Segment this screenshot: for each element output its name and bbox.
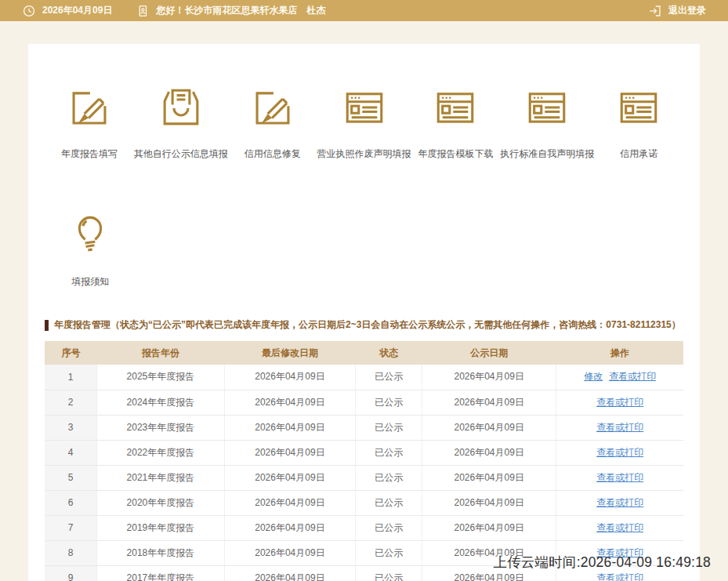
cell-year: 2022年年度报告 (97, 440, 224, 465)
edit-square-icon (250, 85, 295, 130)
quick-action-edit-square-0[interactable]: 年度报告填写 (45, 85, 134, 161)
cell-publish: 2026年04月09日 (422, 565, 556, 581)
cell-no: 6 (45, 490, 97, 515)
cell-operations: 查看或打印 (556, 490, 683, 515)
quick-actions-grid: 年度报告填写 其他自行公示信息填报 信用信息修复 营业执照作废声明填报 年度报告… (45, 85, 683, 161)
column-header: 状态 (356, 341, 422, 365)
cell-status: 已公示 (356, 390, 422, 415)
quick-action-inbox-report-1[interactable]: 其他自行公示信息填报 (134, 85, 228, 161)
table-row: 62020年年度报告2026年04月09日已公示2026年04月09日查看或打印 (45, 490, 683, 515)
cell-year: 2018年年度报告 (97, 540, 224, 565)
cell-no: 3 (45, 415, 97, 440)
table-row: 92017年年度报告2026年04月09日已公示2026年04月09日查看或打印 (45, 565, 683, 581)
cell-operations: 查看或打印 (556, 415, 683, 440)
cell-operations: 查看或打印 (556, 440, 683, 465)
logout-label: 退出登录 (668, 4, 706, 17)
secondary-actions-grid: 填报须知 (45, 212, 683, 289)
inbox-report-icon (158, 85, 204, 130)
quick-action-label: 年度报告模板下载 (418, 147, 493, 161)
cell-publish: 2026年04月09日 (422, 440, 556, 465)
cell-status: 已公示 (356, 440, 422, 465)
quick-action-bulb-0[interactable]: 填报须知 (45, 212, 136, 289)
quick-action-webpage-5[interactable]: 执行标准自我声明填报 (500, 85, 594, 161)
cell-modified: 2026年04月09日 (224, 415, 356, 440)
section-title-text: 年度报告管理（状态为“已公示”即代表已完成该年度年报，公示日期后2~3日会自动在… (54, 318, 681, 332)
cell-modified: 2026年04月09日 (224, 540, 356, 565)
topbar-left: 2026年04月09日 您好！长沙市雨花区思果轩水果店 杜杰 (22, 4, 325, 18)
cell-no: 9 (45, 565, 97, 581)
cell-year: 2025年年度报告 (97, 365, 224, 390)
webpage-icon (342, 85, 387, 130)
cell-status: 已公示 (356, 565, 422, 581)
column-header: 序号 (45, 341, 97, 365)
cell-publish: 2026年04月09日 (422, 390, 556, 415)
cell-year: 2021年年度报告 (97, 465, 224, 490)
bulb-icon (67, 212, 113, 258)
main-card: 年度报告填写 其他自行公示信息填报 信用信息修复 营业执照作废声明填报 年度报告… (28, 44, 700, 581)
logout-button[interactable]: 退出登录 (648, 4, 706, 18)
cell-status: 已公示 (356, 465, 422, 490)
cell-operations: 查看或打印 (556, 540, 683, 565)
table-row: 72019年年度报告2026年04月09日已公示2026年04月09日查看或打印 (45, 515, 683, 540)
cell-no: 4 (45, 440, 97, 465)
table-header-row: 序号报告年份最后修改日期状态公示日期操作 (45, 341, 683, 365)
cell-status: 已公示 (356, 515, 422, 540)
cell-year: 2017年年度报告 (97, 565, 224, 581)
cell-status: 已公示 (356, 415, 422, 440)
cell-no: 7 (45, 515, 97, 540)
cell-no: 2 (45, 390, 97, 415)
webpage-icon (524, 85, 570, 130)
quick-action-edit-square-2[interactable]: 信用信息修复 (228, 85, 317, 161)
cell-modified: 2026年04月09日 (224, 465, 356, 490)
quick-action-webpage-4[interactable]: 年度报告模板下载 (411, 85, 501, 161)
view-or-print-link[interactable]: 查看或打印 (596, 422, 643, 433)
annual-report-table: 序号报告年份最后修改日期状态公示日期操作 12025年年度报告2026年04月0… (45, 341, 683, 581)
topbar: 2026年04月09日 您好！长沙市雨花区思果轩水果店 杜杰 退出登录 (0, 0, 728, 21)
cell-status: 已公示 (356, 365, 422, 390)
cell-publish: 2026年04月09日 (422, 515, 556, 540)
table-row: 82018年年度报告2026年04月09日已公示2026年04月09日查看或打印 (45, 540, 683, 565)
cell-operations: 查看或打印 (556, 390, 683, 415)
view-or-print-link[interactable]: 查看或打印 (609, 371, 656, 382)
view-or-print-link[interactable]: 查看或打印 (596, 447, 643, 458)
quick-action-label: 营业执照作废声明填报 (317, 147, 411, 161)
cell-no: 1 (45, 365, 97, 390)
cell-no: 5 (45, 465, 97, 490)
topbar-greeting: 您好！长沙市雨花区思果轩水果店 杜杰 (156, 4, 325, 17)
topbar-date: 2026年04月09日 (42, 4, 112, 17)
cell-year: 2023年年度报告 (97, 415, 224, 440)
table-row: 22024年年度报告2026年04月09日已公示2026年04月09日查看或打印 (45, 390, 683, 415)
cell-status: 已公示 (356, 490, 422, 515)
view-or-print-link[interactable]: 查看或打印 (596, 547, 643, 558)
webpage-icon (616, 85, 661, 130)
view-or-print-link[interactable]: 查看或打印 (596, 522, 643, 533)
quick-action-webpage-6[interactable]: 信用承诺 (594, 85, 683, 161)
cell-modified: 2026年04月09日 (224, 515, 356, 540)
cell-publish: 2026年04月09日 (422, 465, 556, 490)
column-header: 操作 (556, 341, 683, 365)
webpage-icon (433, 85, 478, 130)
table-row: 32023年年度报告2026年04月09日已公示2026年04月09日查看或打印 (45, 415, 683, 440)
section-title-bar (45, 320, 49, 331)
cell-operations: 查看或打印 (556, 515, 683, 540)
cell-publish: 2026年04月09日 (422, 415, 556, 440)
cell-publish: 2026年04月09日 (422, 540, 556, 565)
quick-action-label: 填报须知 (71, 275, 109, 289)
cell-operations: 查看或打印 (556, 465, 683, 490)
column-header: 最后修改日期 (224, 341, 356, 365)
clock-icon (22, 4, 36, 18)
logout-icon (648, 4, 662, 18)
view-or-print-link[interactable]: 查看或打印 (596, 472, 643, 483)
view-or-print-link[interactable]: 查看或打印 (596, 572, 643, 581)
cell-publish: 2026年04月09日 (422, 490, 556, 515)
annual-report-section-title: 年度报告管理（状态为“已公示”即代表已完成该年度年报，公示日期后2~3日会自动在… (45, 318, 683, 332)
cell-status: 已公示 (356, 540, 422, 565)
cell-year: 2019年年度报告 (97, 515, 224, 540)
cell-modified: 2026年04月09日 (224, 440, 356, 465)
quick-action-webpage-3[interactable]: 营业执照作废声明填报 (317, 85, 411, 161)
table-row: 42022年年度报告2026年04月09日已公示2026年04月09日查看或打印 (45, 440, 683, 465)
view-or-print-link[interactable]: 查看或打印 (596, 397, 643, 408)
modify-link[interactable]: 修改 (584, 371, 603, 382)
cell-year: 2020年年度报告 (97, 490, 224, 515)
view-or-print-link[interactable]: 查看或打印 (596, 497, 643, 508)
